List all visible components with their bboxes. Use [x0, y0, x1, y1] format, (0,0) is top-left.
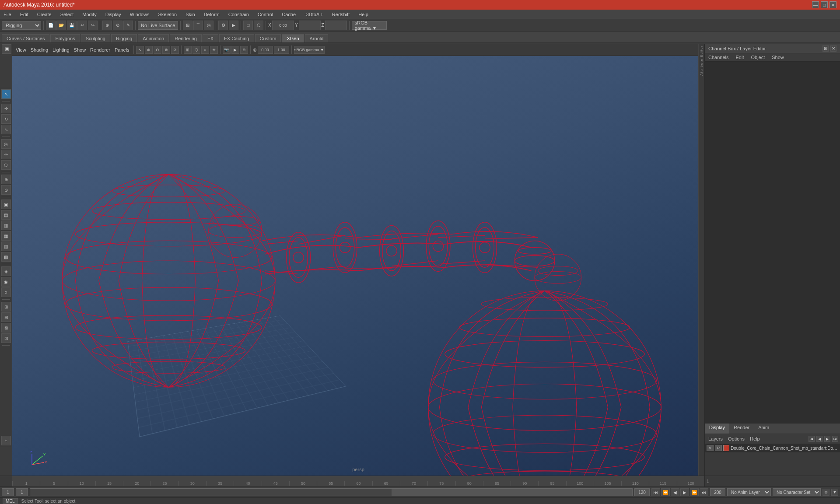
menu-3dto-all[interactable]: -3DtoAll- [303, 11, 325, 18]
soft-select-btn[interactable]: ◎ [1, 139, 11, 149]
menu-deform[interactable]: Deform [202, 11, 221, 18]
tab-arnold[interactable]: Arnold [305, 34, 329, 42]
tool6[interactable]: ▤ [1, 210, 11, 220]
render-settings-btn[interactable]: ⚙ [218, 21, 228, 30]
vp-icon2[interactable]: ⊕ [145, 46, 153, 54]
tool9[interactable]: ▧ [1, 242, 11, 251]
menu-constrain[interactable]: Constrain [227, 11, 251, 18]
menu-cache[interactable]: Cache [280, 11, 298, 18]
layer-scroll-left[interactable]: ◀ [816, 436, 822, 442]
vp-snap-icon[interactable]: ⊛ [240, 46, 248, 54]
tool11[interactable]: ◈ [1, 266, 11, 276]
vp-smooth-icon[interactable]: ○ [201, 46, 209, 54]
vp-num2[interactable]: 1.00 [274, 46, 289, 54]
tab-xgen[interactable]: XGen [282, 34, 304, 42]
menu-redshift[interactable]: Redshift [330, 11, 351, 18]
menu-file[interactable]: File [2, 11, 13, 18]
menu-skin[interactable]: Skin [184, 11, 196, 18]
vp-render-icon[interactable]: ▶ [231, 46, 239, 54]
vp-icon5[interactable]: ⊘ [171, 46, 179, 54]
vp-icon1[interactable]: ↖ [136, 46, 144, 54]
layer-tab-render[interactable]: Render [729, 424, 754, 434]
tool7[interactable]: ▥ [1, 220, 11, 230]
menu-help[interactable]: Help [357, 11, 370, 18]
last-used-btn[interactable]: ⊙ [1, 185, 11, 195]
layer-scroll-end[interactable]: ⏭ [832, 436, 838, 442]
tab-fx[interactable]: FX [203, 34, 218, 42]
new-scene-btn[interactable]: 📄 [46, 21, 56, 30]
save-btn[interactable]: 💾 [67, 21, 77, 30]
display-mode-btn[interactable]: □ [243, 21, 253, 30]
layer-tab-display[interactable]: Display [705, 424, 729, 434]
layer-scroll-begin[interactable]: ⏮ [808, 436, 815, 442]
mel-tab[interactable]: MEL [3, 498, 18, 504]
tool12[interactable]: ◉ [1, 277, 11, 287]
tab-sculpting[interactable]: Sculpting [81, 34, 110, 42]
current-frame-input[interactable] [16, 488, 28, 496]
tab-custom[interactable]: Custom [255, 34, 281, 42]
menu-modify[interactable]: Modify [80, 11, 98, 18]
open-btn[interactable]: 📂 [56, 21, 66, 30]
artisan-btn[interactable]: ⬡ [1, 160, 11, 170]
lasso-btn[interactable]: ⊙ [113, 21, 122, 30]
range-start-input[interactable] [2, 488, 14, 496]
tool8[interactable]: ▦ [1, 231, 11, 241]
tab-polygons[interactable]: Polygons [50, 34, 80, 42]
tool18[interactable]: + [1, 436, 11, 445]
menu-edit[interactable]: Edit [18, 11, 30, 18]
step-back-btn[interactable]: ⏪ [661, 488, 670, 496]
vp-num1[interactable]: 0.00 [258, 46, 273, 54]
tool16[interactable]: ⊠ [1, 323, 11, 332]
vp-view-menu[interactable]: View [14, 46, 28, 53]
play-forward-btn[interactable]: ▶ [680, 488, 689, 496]
undo-btn[interactable]: ↩ [77, 21, 87, 30]
vp-light-icon[interactable]: ☀ [210, 46, 218, 54]
layer-tab-anim[interactable]: Anim [754, 424, 774, 434]
tool14[interactable]: ⊞ [1, 302, 11, 312]
vp-shading-menu[interactable]: Shading [29, 46, 50, 53]
vp-wire-icon[interactable]: ⬡ [192, 46, 200, 54]
tool13[interactable]: ◊ [1, 287, 11, 297]
ch-tab-object[interactable]: Object [749, 54, 766, 60]
vp-icon3[interactable]: ⊙ [154, 46, 161, 54]
layer-color-swatch[interactable] [723, 445, 729, 451]
menu-skeleton[interactable]: Skeleton [156, 11, 178, 18]
close-button[interactable]: ✕ [830, 1, 836, 8]
paint-weights-btn[interactable]: ✏ [1, 150, 11, 159]
menu-select[interactable]: Select [59, 11, 76, 18]
play-back-btn[interactable]: ◀ [671, 488, 679, 496]
tab-rendering[interactable]: Rendering [170, 34, 202, 42]
render-btn[interactable]: ▶ [229, 21, 238, 30]
redo-btn[interactable]: ↪ [88, 21, 98, 30]
scale-tool-btn[interactable]: ⤡ [1, 125, 11, 134]
channel-box-float-btn[interactable]: ⊞ [822, 46, 829, 52]
maximize-button[interactable]: □ [821, 1, 828, 8]
range-end2-input[interactable] [710, 488, 725, 496]
menu-control[interactable]: Control [256, 11, 275, 18]
wireframe-btn[interactable]: ⬡ [254, 21, 263, 30]
select-tool-btn[interactable]: ↖ [1, 89, 11, 99]
vp-icon4[interactable]: ⊗ [162, 46, 170, 54]
tool15[interactable]: ⊟ [1, 312, 11, 322]
move-tool-btn[interactable]: ✛ [1, 104, 11, 113]
tool17[interactable]: ⊡ [1, 333, 11, 343]
ch-tab-channels[interactable]: Channels [707, 54, 730, 60]
layer-v-btn[interactable]: V [707, 445, 714, 451]
playback-settings-btn[interactable]: ▼ [831, 489, 838, 496]
vp-panels-menu[interactable]: Panels [113, 46, 131, 53]
tab-fx-caching[interactable]: FX Caching [219, 34, 254, 42]
vp-grid-icon[interactable]: ⊞ [184, 46, 192, 54]
char-set-select[interactable]: No Character Set [773, 488, 821, 496]
vp-show-menu[interactable]: Show [72, 46, 88, 53]
ch-tab-show[interactable]: Show [770, 54, 786, 60]
vp-cam-icon[interactable]: 📷 [223, 46, 231, 54]
x-transform-btn[interactable]: 0.00 [272, 21, 294, 30]
char-set-btn[interactable]: ⚙ [822, 489, 830, 496]
tab-rigging[interactable]: Rigging [111, 34, 137, 42]
step-forward-btn[interactable]: ⏩ [690, 488, 699, 496]
layer-scroll-right[interactable]: ▶ [824, 436, 830, 442]
snap-curve-btn[interactable]: ⌒ [193, 21, 203, 30]
menu-create[interactable]: Create [35, 11, 53, 18]
vp-color-mode[interactable]: sRGB gamma ▼ [294, 46, 325, 54]
viewport-3d[interactable]: persp Y X Z [12, 56, 704, 476]
